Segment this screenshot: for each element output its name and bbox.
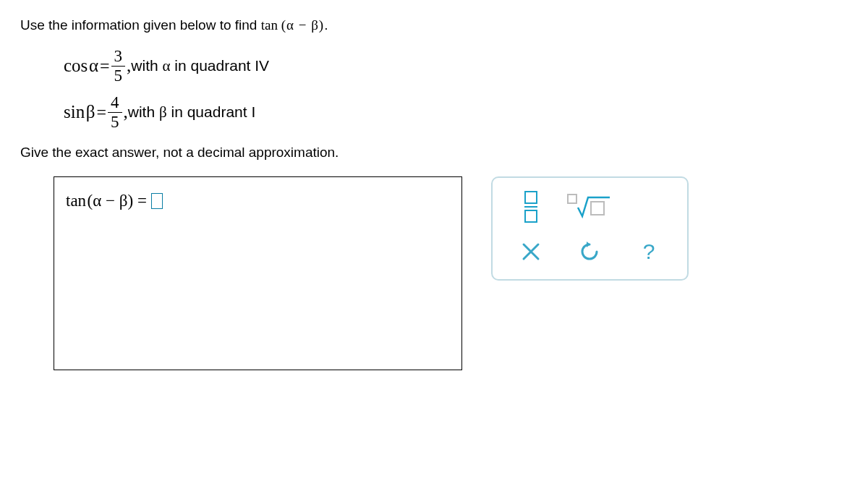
given-alpha: cos α = 3 5 , with α in quadrant IV [64,45,848,87]
beta-condition: with β in quadrant I [128,103,255,121]
help-button[interactable]: ? [627,234,671,269]
question-prompt: Use the information given below to find … [20,17,848,33]
undo-button[interactable] [568,234,611,269]
answer-expression: tan (α − β) = [66,192,450,210]
prompt-lead: Use the information given below to find [20,17,261,33]
svg-rect-0 [568,195,576,203]
clear-button[interactable] [509,234,553,269]
given-info: cos α = 3 5 , with α in quadrant IV sin … [64,45,848,133]
sqrt-button[interactable] [568,189,611,224]
answer-input[interactable] [151,193,163,209]
fraction-button[interactable] [509,189,553,224]
prompt-target: tan (α − β) [261,17,324,33]
svg-rect-1 [591,202,604,215]
alpha-fraction: 3 5 [111,48,126,84]
beta-fraction: 4 5 [108,94,122,130]
answer-area[interactable]: tan (α − β) = [54,176,462,370]
instruction-text: Give the exact answer, not a decimal app… [20,145,848,161]
given-beta: sin β = 4 5 , with β in quadrant I [64,91,848,133]
alpha-condition: with α in quadrant IV [131,57,269,75]
math-tool-panel: ? [491,176,689,281]
